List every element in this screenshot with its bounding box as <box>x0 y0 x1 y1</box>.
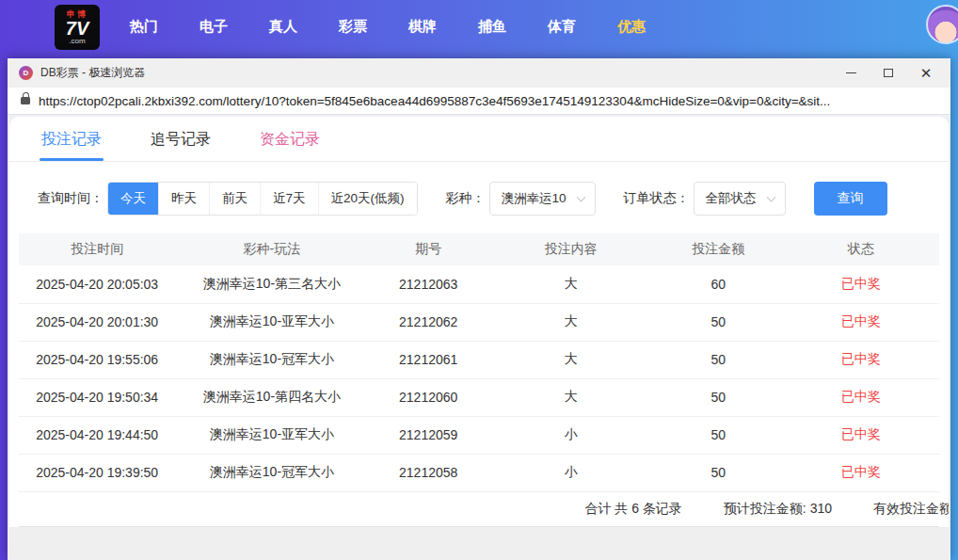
cell-status: 已中奖 <box>783 341 939 378</box>
table-header-row: 投注时间 彩种-玩法 期号 投注内容 投注金额 状态 <box>19 233 939 265</box>
col-header-time: 投注时间 <box>19 233 175 265</box>
browser-title-bar: D DB彩票 - 极速浏览器 ✕ <box>8 58 950 88</box>
nav-item-fishing[interactable]: 捕鱼 <box>478 18 506 36</box>
close-icon: ✕ <box>920 66 933 80</box>
nav-item-sports[interactable]: 体育 <box>548 18 576 36</box>
time-filter-group: 今天 昨天 前天 近7天 近20天(低频) <box>107 182 418 216</box>
cell-amount: 50 <box>654 378 783 416</box>
time-option-today[interactable]: 今天 <box>108 183 159 215</box>
cell-issue: 21212060 <box>369 378 488 416</box>
tab-bet-records[interactable]: 投注记录 <box>40 117 104 161</box>
cell-game: 澳洲幸运10-亚军大小 <box>175 416 368 454</box>
col-header-amount: 投注金额 <box>654 233 783 265</box>
cell-game: 澳洲幸运10-冠军大小 <box>175 341 368 378</box>
table-row: 2025-04-20 19:55:06 澳洲幸运10-冠军大小 21212061… <box>19 341 939 378</box>
cell-time: 2025-04-20 20:01:30 <box>19 303 175 341</box>
nav-item-hot[interactable]: 热门 <box>130 18 158 36</box>
address-bar: https://ctop02pcali.2kbxi392.com/lottery… <box>8 88 950 115</box>
cell-time: 2025-04-20 20:05:03 <box>19 265 175 303</box>
summary-total: 合计 共 6 条记录 <box>584 501 681 518</box>
cell-amount: 50 <box>654 416 783 454</box>
logo-suffix-text: .com <box>69 38 85 45</box>
cell-game: 澳洲幸运10-冠军大小 <box>175 454 368 491</box>
cell-amount: 50 <box>654 454 783 491</box>
table-row: 2025-04-20 20:01:30 澳洲幸运10-亚军大小 21212062… <box>19 303 939 341</box>
cell-content: 小 <box>488 454 654 491</box>
cell-amount: 50 <box>654 341 783 378</box>
status-select-value: 全部状态 <box>706 191 757 205</box>
cell-time: 2025-04-20 19:44:50 <box>19 416 175 454</box>
tab-fund-records[interactable]: 资金记录 <box>258 117 322 161</box>
col-header-content: 投注内容 <box>488 233 654 265</box>
cell-issue: 21212062 <box>369 303 488 341</box>
url-text[interactable]: https://ctop02pcali.2kbxi392.com/lottery… <box>39 94 830 108</box>
cell-issue: 21212058 <box>369 454 488 491</box>
record-tabs: 投注记录 追号记录 资金记录 <box>9 117 949 162</box>
cell-content: 大 <box>488 265 654 303</box>
filter-bar: 查询时间： 今天 昨天 前天 近7天 近20天(低频) 彩种： 澳洲幸运10 订… <box>9 162 949 233</box>
site-header: 申博 7V .com 热门 电子 真人 彩票 棋牌 捕鱼 体育 优惠 <box>0 0 958 53</box>
time-option-20days[interactable]: 近20天(低频) <box>319 183 417 215</box>
cell-status: 已中奖 <box>783 265 939 303</box>
lottery-select[interactable]: 澳洲幸运10 <box>489 182 596 216</box>
lock-icon <box>21 97 30 104</box>
col-header-status: 状态 <box>783 233 939 265</box>
table-row: 2025-04-20 19:39:50 澳洲幸运10-冠军大小 21212058… <box>19 454 939 491</box>
bet-records-table-wrap: 投注时间 彩种-玩法 期号 投注内容 投注金额 状态 2025-04-20 20… <box>9 233 949 492</box>
favicon-icon: D <box>19 66 33 80</box>
cell-content: 大 <box>488 341 654 378</box>
cell-time: 2025-04-20 19:55:06 <box>19 341 175 378</box>
minimize-icon <box>846 72 856 73</box>
page-content: 投注记录 追号记录 资金记录 查询时间： 今天 昨天 前天 近7天 近20天(低… <box>8 115 950 560</box>
nav-item-lottery[interactable]: 彩票 <box>339 18 367 36</box>
records-panel: 投注记录 追号记录 资金记录 查询时间： 今天 昨天 前天 近7天 近20天(低… <box>9 117 949 560</box>
maximize-icon <box>884 69 893 77</box>
nav-item-live[interactable]: 真人 <box>269 18 297 36</box>
time-filter-label: 查询时间： <box>38 190 104 207</box>
status-filter-label: 订单状态： <box>624 190 690 207</box>
summary-valid: 有效投注金额 <box>873 501 949 518</box>
table-row: 2025-04-20 19:50:34 澳洲幸运10-第四名大小 2121206… <box>19 378 939 416</box>
nav-item-slots[interactable]: 电子 <box>200 18 228 36</box>
time-option-daybefore[interactable]: 前天 <box>210 183 261 215</box>
minimize-button[interactable] <box>832 61 870 86</box>
chevron-down-icon <box>766 193 775 202</box>
window-title: DB彩票 - 极速浏览器 <box>40 65 832 81</box>
cell-issue: 21212059 <box>369 416 488 454</box>
cell-status: 已中奖 <box>783 378 939 416</box>
cell-issue: 21212063 <box>369 265 488 303</box>
nav-item-promo[interactable]: 优惠 <box>617 18 646 36</box>
chevron-down-icon <box>576 193 585 202</box>
lottery-select-value: 澳洲幸运10 <box>502 191 567 205</box>
bet-records-table: 投注时间 彩种-玩法 期号 投注内容 投注金额 状态 2025-04-20 20… <box>19 233 939 492</box>
cell-status: 已中奖 <box>783 416 939 454</box>
cell-game: 澳洲幸运10-亚军大小 <box>175 303 368 341</box>
cell-issue: 21212061 <box>369 341 488 378</box>
lottery-filter-label: 彩种： <box>446 190 486 207</box>
cell-status: 已中奖 <box>783 303 939 341</box>
search-button[interactable]: 查询 <box>814 182 887 216</box>
cell-content: 大 <box>488 378 654 416</box>
bottom-strip <box>9 527 949 560</box>
main-nav: 热门 电子 真人 彩票 棋牌 捕鱼 体育 优惠 <box>130 18 646 36</box>
cell-time: 2025-04-20 19:50:34 <box>19 378 175 416</box>
col-header-issue: 期号 <box>369 233 488 265</box>
user-avatar[interactable] <box>926 5 958 44</box>
logo-main-text: 7V <box>66 19 88 38</box>
time-option-yesterday[interactable]: 昨天 <box>159 183 210 215</box>
cell-content: 大 <box>488 303 654 341</box>
cell-amount: 50 <box>654 303 783 341</box>
col-header-game: 彩种-玩法 <box>175 233 368 265</box>
cell-amount: 60 <box>654 265 783 303</box>
tab-chase-records[interactable]: 追号记录 <box>149 117 213 161</box>
status-select[interactable]: 全部状态 <box>694 182 786 216</box>
maximize-button[interactable] <box>870 61 907 86</box>
close-button[interactable]: ✕ <box>907 61 945 86</box>
summary-bar: 合计 共 6 条记录 预计投注金额: 310 有效投注金额 <box>19 492 939 527</box>
site-logo[interactable]: 申博 7V .com <box>55 5 100 50</box>
cell-time: 2025-04-20 19:39:50 <box>19 454 175 491</box>
cell-game: 澳洲幸运10-第四名大小 <box>175 378 368 416</box>
cell-content: 小 <box>488 416 654 454</box>
time-option-7days[interactable]: 近7天 <box>261 183 319 215</box>
nav-item-cards[interactable]: 棋牌 <box>408 18 437 36</box>
